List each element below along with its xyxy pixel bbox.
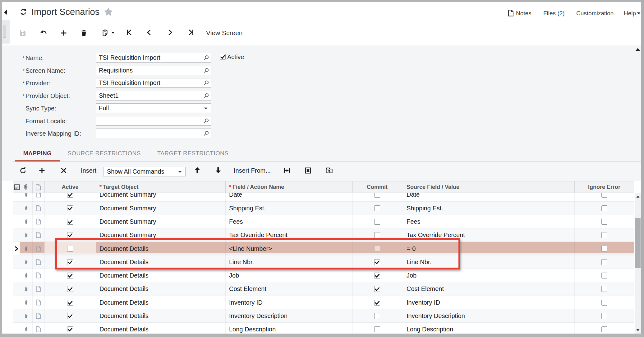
- row-active-cell[interactable]: [44, 202, 96, 215]
- row-note-cell[interactable]: [32, 242, 44, 255]
- form-field-input[interactable]: TSI Requisition Import: [96, 53, 211, 63]
- row-active-checkbox[interactable]: [67, 286, 73, 292]
- header-attachment-column[interactable]: [23, 184, 29, 190]
- row-target-object-cell[interactable]: Document Summary: [96, 202, 225, 215]
- tab-target-restrictions[interactable]: TARGET RESTRICTIONS: [149, 146, 237, 160]
- row-field-action-cell[interactable]: Inventory ID: [225, 296, 352, 309]
- commands-dropdown[interactable]: Show All Commands: [103, 167, 186, 176]
- notes-link[interactable]: Notes: [516, 9, 531, 17]
- row-active-cell[interactable]: [44, 269, 96, 282]
- row-ignore-error-checkbox[interactable]: [601, 219, 607, 225]
- row-attachment-cell[interactable]: [20, 228, 32, 241]
- row-field-action-cell[interactable]: Date: [225, 193, 352, 201]
- row-field-action-cell[interactable]: <Line Number>: [225, 242, 352, 255]
- select-caret-icon[interactable]: [204, 107, 208, 110]
- go-first-button[interactable]: [126, 29, 133, 36]
- row-target-object-cell[interactable]: Document Details: [96, 296, 225, 309]
- row-attachment-cell[interactable]: [20, 255, 32, 269]
- row-active-checkbox[interactable]: [67, 259, 73, 265]
- row-commit-checkbox[interactable]: [374, 219, 380, 225]
- row-ignore-error-cell[interactable]: [574, 193, 634, 201]
- refresh-page-button[interactable]: [20, 8, 27, 16]
- row-commit-checkbox[interactable]: [374, 286, 380, 292]
- row-active-checkbox[interactable]: [67, 273, 73, 278]
- row-ignore-error-cell[interactable]: [574, 228, 634, 241]
- row-commit-checkbox[interactable]: [374, 300, 380, 306]
- row-settings-icon[interactable]: [14, 184, 20, 190]
- row-active-checkbox[interactable]: [67, 313, 73, 319]
- collapse-form-button[interactable]: [635, 48, 640, 51]
- row-source-field-cell[interactable]: Date: [402, 193, 574, 201]
- row-active-checkbox[interactable]: [67, 326, 73, 332]
- row-note-cell[interactable]: [32, 202, 44, 215]
- grid-refresh-button[interactable]: [19, 167, 27, 174]
- row-commit-checkbox[interactable]: [374, 232, 380, 238]
- row-target-object-cell[interactable]: Document Summary: [96, 215, 225, 228]
- help-link[interactable]: Help: [624, 9, 636, 17]
- row-source-field-cell[interactable]: Fees: [402, 215, 574, 228]
- tab-mapping[interactable]: MAPPING: [15, 146, 60, 160]
- row-commit-checkbox[interactable]: [374, 193, 380, 198]
- row-field-action-cell[interactable]: Line Nbr.: [225, 255, 352, 269]
- undo-button[interactable]: [40, 29, 47, 37]
- row-active-cell[interactable]: [44, 228, 96, 241]
- row-ignore-error-checkbox[interactable]: [601, 193, 607, 198]
- row-target-object-cell[interactable]: Document Details: [96, 309, 225, 322]
- column-header-target-object[interactable]: *Target Object: [96, 181, 225, 193]
- row-attachment-cell[interactable]: [20, 242, 32, 255]
- form-field-input[interactable]: TSI Requisition Import: [96, 78, 211, 88]
- help-caret-icon[interactable]: [637, 12, 641, 15]
- clipboard-button[interactable]: [101, 29, 109, 37]
- table-row[interactable]: Document Details Long Description Long D…: [13, 323, 634, 334]
- form-field-input[interactable]: [96, 116, 211, 126]
- row-ignore-error-cell[interactable]: [574, 215, 634, 228]
- row-field-action-cell[interactable]: Cost Element: [225, 282, 352, 295]
- table-row[interactable]: Document Summary Date Date: [13, 193, 634, 202]
- row-target-object-cell[interactable]: Document Details: [96, 323, 225, 334]
- row-commit-checkbox[interactable]: [374, 313, 380, 319]
- row-active-cell[interactable]: [44, 323, 96, 334]
- row-note-cell[interactable]: [32, 282, 44, 295]
- row-active-cell[interactable]: [44, 282, 96, 295]
- row-source-field-cell[interactable]: Inventory Description: [402, 309, 574, 322]
- row-commit-cell[interactable]: [352, 323, 402, 334]
- row-active-cell[interactable]: [44, 242, 96, 255]
- row-source-field-cell[interactable]: Tax Override Percent: [402, 228, 574, 241]
- lookup-magnifier-icon[interactable]: [203, 80, 209, 86]
- row-ignore-error-checkbox[interactable]: [601, 232, 607, 238]
- row-commit-checkbox[interactable]: [374, 246, 380, 252]
- active-checkbox[interactable]: [220, 54, 226, 60]
- row-field-action-cell[interactable]: Shipping Est.: [225, 202, 352, 215]
- column-header-ignore-error[interactable]: Ignore Error: [574, 181, 634, 193]
- form-field-input[interactable]: Sheet1: [96, 91, 211, 101]
- table-row[interactable]: Document Details <Line Number> =-0: [13, 242, 634, 255]
- move-row-up-button[interactable]: [194, 166, 201, 174]
- row-ignore-error-cell[interactable]: [574, 242, 634, 255]
- add-new-button[interactable]: [60, 29, 67, 37]
- grid-delete-row-button[interactable]: [60, 167, 67, 174]
- table-row[interactable]: Document Details Inventory Description I…: [13, 309, 634, 323]
- row-target-object-cell[interactable]: Document Summary: [96, 228, 225, 241]
- grid-add-row-button[interactable]: [38, 167, 46, 174]
- row-ignore-error-checkbox[interactable]: [601, 259, 607, 265]
- row-active-checkbox[interactable]: [67, 219, 73, 225]
- row-field-action-cell[interactable]: Job: [225, 269, 352, 282]
- scroll-up-button[interactable]: [635, 193, 641, 200]
- column-header-field-action[interactable]: *Field / Action Name: [225, 181, 352, 193]
- row-commit-cell[interactable]: [352, 215, 402, 228]
- row-commit-cell[interactable]: [352, 282, 402, 295]
- row-target-object-cell[interactable]: Document Summary: [96, 193, 225, 201]
- form-field-input[interactable]: Requisitions: [96, 66, 211, 75]
- row-ignore-error-checkbox[interactable]: [601, 313, 607, 319]
- row-commit-cell[interactable]: [352, 309, 402, 322]
- row-ignore-error-cell[interactable]: [574, 282, 634, 295]
- column-header-active[interactable]: Active: [44, 181, 96, 193]
- column-header-commit[interactable]: Commit: [352, 181, 402, 193]
- row-source-field-cell[interactable]: =-0: [402, 242, 574, 255]
- row-source-field-cell[interactable]: Line Nbr.: [402, 255, 574, 269]
- row-commit-cell[interactable]: [352, 228, 402, 241]
- insert-from-button[interactable]: Insert From...: [234, 167, 271, 174]
- row-active-checkbox[interactable]: [67, 300, 73, 306]
- go-next-button[interactable]: [166, 29, 174, 36]
- fit-width-button[interactable]: [283, 167, 291, 174]
